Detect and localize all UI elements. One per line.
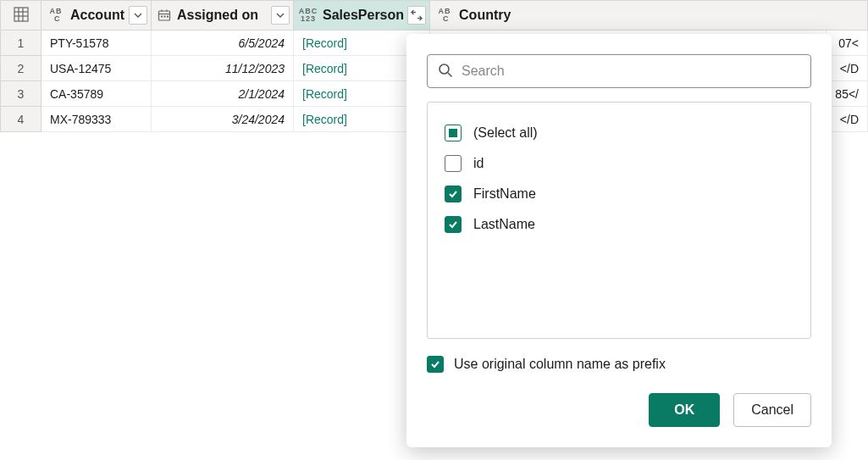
svg-rect-9: [161, 16, 163, 18]
cell-assigned-on[interactable]: 3/24/2024: [152, 107, 294, 132]
cell-account[interactable]: PTY-51578: [41, 30, 152, 56]
type-text-icon: AB C: [435, 6, 454, 25]
use-prefix-label: Use original column name as prefix: [454, 357, 666, 372]
checkbox-indeterminate-icon[interactable]: [445, 125, 462, 141]
ok-button[interactable]: OK: [649, 393, 720, 427]
column-header-label: Assigned on: [175, 8, 268, 23]
row-number[interactable]: 4: [1, 107, 41, 132]
chevron-down-icon: [276, 11, 285, 19]
column-header-assigned-on[interactable]: Assigned on: [152, 1, 294, 30]
type-date-icon: [157, 8, 172, 23]
svg-line-15: [448, 73, 452, 77]
cell-country-tail[interactable]: 85</: [827, 81, 868, 107]
cell-account[interactable]: CA-35789: [41, 81, 152, 107]
cell-account[interactable]: MX-789333: [41, 107, 152, 132]
checkbox-checked-icon[interactable]: [445, 216, 462, 233]
header-row: AB C Account Assigned on: [1, 1, 868, 30]
chevron-down-icon: [134, 11, 142, 19]
option-select-all[interactable]: (Select all): [445, 118, 793, 148]
option-label: id: [473, 156, 484, 171]
option-firstname[interactable]: FirstName: [445, 179, 793, 209]
table-icon: [14, 7, 29, 22]
filter-button[interactable]: [129, 6, 147, 25]
row-number[interactable]: 1: [1, 30, 41, 56]
search-icon: [438, 63, 453, 80]
column-options-list: (Select all) id FirstName LastName: [427, 102, 811, 339]
column-header-account[interactable]: AB C Account: [41, 1, 152, 30]
column-header-label: Account: [69, 8, 125, 23]
svg-rect-0: [14, 8, 28, 21]
expand-columns-popup: (Select all) id FirstName LastName Use o…: [406, 34, 832, 447]
checkbox-unchecked-icon[interactable]: [445, 155, 462, 172]
svg-rect-11: [167, 16, 169, 18]
column-header-country[interactable]: AB C Country: [430, 1, 868, 30]
type-any-icon: ABC123: [299, 6, 318, 25]
cell-country-tail[interactable]: </D: [827, 56, 868, 81]
column-header-label: SalesPerson: [321, 8, 404, 23]
row-number[interactable]: 3: [1, 81, 41, 107]
table-corner[interactable]: [1, 1, 41, 30]
svg-point-14: [440, 64, 449, 74]
cell-country-tail[interactable]: </D: [827, 107, 868, 132]
cell-account[interactable]: USA-12475: [41, 56, 152, 81]
type-text-icon: AB C: [47, 6, 65, 25]
search-input[interactable]: [462, 64, 800, 79]
option-label: FirstName: [473, 186, 536, 202]
expand-button[interactable]: [407, 6, 426, 25]
checkbox-checked-icon[interactable]: [445, 186, 462, 202]
use-prefix-row[interactable]: Use original column name as prefix: [427, 356, 811, 373]
option-label: (Select all): [473, 125, 538, 141]
row-number[interactable]: 2: [1, 56, 41, 81]
option-lastname[interactable]: LastName: [445, 209, 793, 240]
button-row: OK Cancel: [427, 393, 811, 427]
checkbox-checked-icon[interactable]: [427, 356, 444, 373]
svg-rect-10: [164, 16, 166, 18]
cancel-button[interactable]: Cancel: [733, 393, 811, 427]
cell-assigned-on[interactable]: 6/5/2024: [152, 30, 294, 56]
cell-assigned-on[interactable]: 11/12/2023: [152, 56, 294, 81]
cell-country-tail[interactable]: 07<: [827, 30, 868, 56]
filter-button[interactable]: [271, 6, 290, 25]
column-header-label: Country: [457, 8, 864, 23]
option-id[interactable]: id: [445, 148, 793, 179]
expand-icon: [411, 9, 423, 21]
column-header-salesperson[interactable]: ABC123 SalesPerson: [294, 1, 430, 30]
option-label: LastName: [473, 217, 535, 232]
search-box[interactable]: [427, 54, 811, 88]
cell-assigned-on[interactable]: 2/1/2024: [152, 81, 294, 107]
